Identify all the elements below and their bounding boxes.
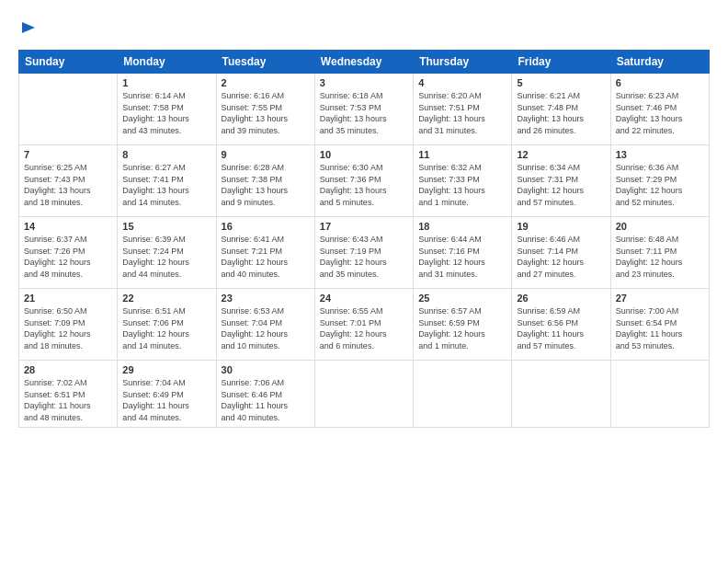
day-info: Sunrise: 7:04 AM Sunset: 6:49 PM Dayligh… (122, 377, 210, 423)
calendar-cell: 11Sunrise: 6:32 AM Sunset: 7:33 PM Dayli… (414, 145, 512, 217)
calendar-cell (314, 361, 413, 428)
day-number: 30 (222, 364, 310, 375)
day-info: Sunrise: 6:18 AM Sunset: 7:53 PM Dayligh… (320, 90, 408, 136)
calendar-cell: 21Sunrise: 6:50 AM Sunset: 7:09 PM Dayli… (19, 289, 118, 361)
day-info: Sunrise: 6:16 AM Sunset: 7:55 PM Dayligh… (222, 90, 310, 136)
day-number: 10 (320, 149, 408, 160)
day-info: Sunrise: 6:48 AM Sunset: 7:11 PM Dayligh… (616, 234, 704, 280)
day-info: Sunrise: 6:43 AM Sunset: 7:19 PM Dayligh… (320, 234, 408, 280)
calendar-cell: 6Sunrise: 6:23 AM Sunset: 7:46 PM Daylig… (610, 74, 709, 145)
day-number: 5 (517, 77, 605, 88)
day-number: 28 (24, 364, 112, 375)
day-number: 25 (418, 293, 506, 304)
day-number: 20 (616, 221, 704, 232)
calendar-cell: 29Sunrise: 7:04 AM Sunset: 6:49 PM Dayli… (118, 361, 216, 428)
day-number: 17 (320, 221, 408, 232)
day-number: 11 (418, 149, 506, 160)
calendar-cell: 14Sunrise: 6:37 AM Sunset: 7:26 PM Dayli… (19, 217, 118, 289)
logo-flag-icon (20, 20, 37, 40)
calendar-cell: 10Sunrise: 6:30 AM Sunset: 7:36 PM Dayli… (314, 145, 413, 217)
calendar-cell: 12Sunrise: 6:34 AM Sunset: 7:31 PM Dayli… (512, 145, 610, 217)
weekday-header-wednesday: Wednesday (314, 51, 413, 74)
day-number: 18 (418, 221, 506, 232)
weekday-header-saturday: Saturday (610, 51, 709, 74)
day-info: Sunrise: 6:37 AM Sunset: 7:26 PM Dayligh… (24, 234, 112, 280)
day-number: 8 (122, 149, 210, 160)
calendar-cell: 26Sunrise: 6:59 AM Sunset: 6:56 PM Dayli… (512, 289, 610, 361)
day-info: Sunrise: 6:30 AM Sunset: 7:36 PM Dayligh… (320, 162, 408, 208)
day-number: 12 (517, 149, 605, 160)
day-number: 7 (24, 149, 112, 160)
day-number: 21 (24, 293, 112, 304)
calendar-table: SundayMondayTuesdayWednesdayThursdayFrid… (18, 50, 710, 428)
day-info: Sunrise: 6:41 AM Sunset: 7:21 PM Dayligh… (222, 234, 310, 280)
day-number: 19 (517, 221, 605, 232)
day-info: Sunrise: 6:59 AM Sunset: 6:56 PM Dayligh… (517, 305, 605, 351)
day-info: Sunrise: 7:00 AM Sunset: 6:54 PM Dayligh… (616, 305, 704, 351)
day-info: Sunrise: 6:14 AM Sunset: 7:58 PM Dayligh… (122, 90, 210, 136)
day-info: Sunrise: 6:25 AM Sunset: 7:43 PM Dayligh… (24, 162, 112, 208)
day-info: Sunrise: 7:02 AM Sunset: 6:51 PM Dayligh… (24, 377, 112, 423)
calendar-cell: 3Sunrise: 6:18 AM Sunset: 7:53 PM Daylig… (314, 74, 413, 145)
calendar-cell: 20Sunrise: 6:48 AM Sunset: 7:11 PM Dayli… (610, 217, 709, 289)
calendar-cell: 23Sunrise: 6:53 AM Sunset: 7:04 PM Dayli… (216, 289, 314, 361)
day-number: 4 (418, 77, 506, 88)
header (18, 17, 710, 40)
weekday-header-row: SundayMondayTuesdayWednesdayThursdayFrid… (19, 51, 710, 74)
page: SundayMondayTuesdayWednesdayThursdayFrid… (0, 0, 728, 563)
day-number: 3 (320, 77, 408, 88)
calendar-cell: 13Sunrise: 6:36 AM Sunset: 7:29 PM Dayli… (610, 145, 709, 217)
day-number: 14 (24, 221, 112, 232)
day-number: 23 (222, 293, 310, 304)
day-info: Sunrise: 6:46 AM Sunset: 7:14 PM Dayligh… (517, 234, 605, 280)
day-info: Sunrise: 6:27 AM Sunset: 7:41 PM Dayligh… (122, 162, 210, 208)
logo (18, 20, 37, 40)
calendar-cell: 24Sunrise: 6:55 AM Sunset: 7:01 PM Dayli… (314, 289, 413, 361)
day-info: Sunrise: 6:23 AM Sunset: 7:46 PM Dayligh… (616, 90, 704, 136)
day-info: Sunrise: 6:39 AM Sunset: 7:24 PM Dayligh… (122, 234, 210, 280)
calendar-cell: 4Sunrise: 6:20 AM Sunset: 7:51 PM Daylig… (414, 74, 512, 145)
calendar-cell: 9Sunrise: 6:28 AM Sunset: 7:38 PM Daylig… (216, 145, 314, 217)
calendar-cell (414, 361, 512, 428)
day-info: Sunrise: 6:51 AM Sunset: 7:06 PM Dayligh… (122, 305, 210, 351)
calendar-cell: 18Sunrise: 6:44 AM Sunset: 7:16 PM Dayli… (414, 217, 512, 289)
day-info: Sunrise: 6:21 AM Sunset: 7:48 PM Dayligh… (517, 90, 605, 136)
day-number: 22 (122, 293, 210, 304)
day-number: 6 (616, 77, 704, 88)
calendar-cell: 27Sunrise: 7:00 AM Sunset: 6:54 PM Dayli… (610, 289, 709, 361)
day-number: 1 (122, 77, 210, 88)
calendar-cell: 16Sunrise: 6:41 AM Sunset: 7:21 PM Dayli… (216, 217, 314, 289)
day-number: 2 (222, 77, 310, 88)
calendar-cell: 1Sunrise: 6:14 AM Sunset: 7:58 PM Daylig… (118, 74, 216, 145)
calendar-cell: 15Sunrise: 6:39 AM Sunset: 7:24 PM Dayli… (118, 217, 216, 289)
calendar-week-row: 7Sunrise: 6:25 AM Sunset: 7:43 PM Daylig… (19, 145, 710, 217)
calendar-cell: 2Sunrise: 6:16 AM Sunset: 7:55 PM Daylig… (216, 74, 314, 145)
calendar-cell: 17Sunrise: 6:43 AM Sunset: 7:19 PM Dayli… (314, 217, 413, 289)
calendar-cell: 19Sunrise: 6:46 AM Sunset: 7:14 PM Dayli… (512, 217, 610, 289)
calendar-cell: 7Sunrise: 6:25 AM Sunset: 7:43 PM Daylig… (19, 145, 118, 217)
calendar-week-row: 21Sunrise: 6:50 AM Sunset: 7:09 PM Dayli… (19, 289, 710, 361)
calendar-cell: 28Sunrise: 7:02 AM Sunset: 6:51 PM Dayli… (19, 361, 118, 428)
calendar-week-row: 1Sunrise: 6:14 AM Sunset: 7:58 PM Daylig… (19, 74, 710, 145)
day-info: Sunrise: 6:55 AM Sunset: 7:01 PM Dayligh… (320, 305, 408, 351)
day-info: Sunrise: 6:44 AM Sunset: 7:16 PM Dayligh… (418, 234, 506, 280)
day-number: 27 (616, 293, 704, 304)
day-info: Sunrise: 6:34 AM Sunset: 7:31 PM Dayligh… (517, 162, 605, 208)
calendar-cell (512, 361, 610, 428)
day-number: 9 (222, 149, 310, 160)
day-info: Sunrise: 6:32 AM Sunset: 7:33 PM Dayligh… (418, 162, 506, 208)
calendar-cell: 22Sunrise: 6:51 AM Sunset: 7:06 PM Dayli… (118, 289, 216, 361)
svg-marker-0 (22, 22, 35, 33)
calendar-cell (19, 74, 118, 145)
day-number: 29 (122, 364, 210, 375)
calendar-week-row: 28Sunrise: 7:02 AM Sunset: 6:51 PM Dayli… (19, 361, 710, 428)
day-number: 13 (616, 149, 704, 160)
calendar-cell: 5Sunrise: 6:21 AM Sunset: 7:48 PM Daylig… (512, 74, 610, 145)
calendar-cell: 25Sunrise: 6:57 AM Sunset: 6:59 PM Dayli… (414, 289, 512, 361)
weekday-header-thursday: Thursday (414, 51, 512, 74)
day-info: Sunrise: 6:36 AM Sunset: 7:29 PM Dayligh… (616, 162, 704, 208)
day-info: Sunrise: 6:28 AM Sunset: 7:38 PM Dayligh… (222, 162, 310, 208)
day-info: Sunrise: 6:57 AM Sunset: 6:59 PM Dayligh… (418, 305, 506, 351)
day-info: Sunrise: 6:20 AM Sunset: 7:51 PM Dayligh… (418, 90, 506, 136)
weekday-header-sunday: Sunday (19, 51, 118, 74)
